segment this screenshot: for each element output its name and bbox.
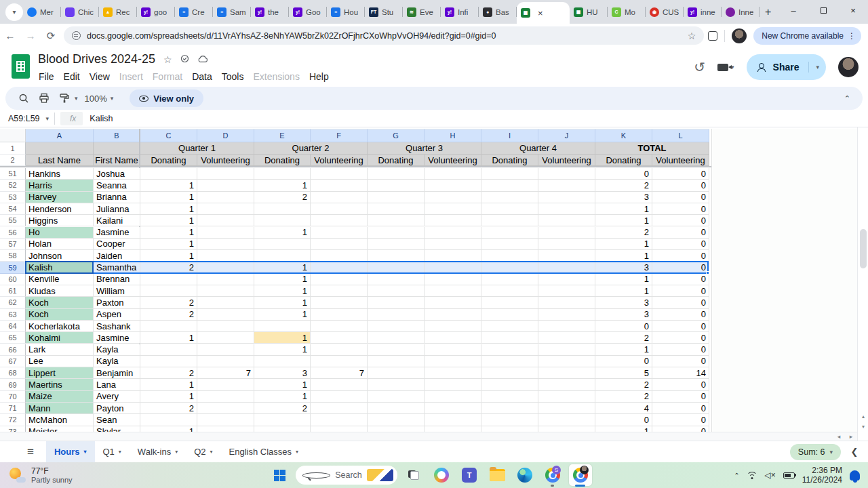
formula-input[interactable]: Kalish (83, 114, 113, 123)
cell-A54[interactable]: Henderson (26, 203, 94, 215)
cell-K64[interactable]: 0 (595, 321, 652, 332)
cell-L61[interactable]: 0 (652, 285, 709, 297)
cell-B61[interactable]: William (94, 285, 140, 297)
zoom-control[interactable]: 100% ▾ (85, 94, 114, 104)
cell-D67[interactable] (197, 356, 254, 367)
cell-J67[interactable] (538, 356, 595, 367)
cell-L64[interactable]: 0 (652, 321, 709, 332)
cell-B58[interactable]: Jaiden (94, 250, 140, 262)
cell-A57[interactable]: Holan (26, 239, 94, 250)
cell-J68[interactable] (538, 367, 595, 379)
cell-E57[interactable] (254, 239, 311, 250)
scroll-left-icon[interactable]: ◂ (833, 433, 845, 440)
cell-J52[interactable] (538, 180, 595, 191)
cell-A71[interactable]: Mann (26, 403, 94, 414)
cell-K62[interactable]: 3 (595, 297, 652, 308)
browser-tab[interactable]: Chic (61, 0, 99, 24)
cell-D51[interactable] (197, 168, 254, 180)
horizontal-scrollbar[interactable]: ◂▸ (0, 432, 857, 441)
cell-A64[interactable]: Kocherlakota (26, 321, 94, 332)
cell-A72[interactable]: McMahon (26, 414, 94, 426)
cell-G61[interactable] (368, 285, 425, 297)
cell-K54[interactable]: 1 (595, 203, 652, 215)
cell-J63[interactable] (538, 309, 595, 321)
cell-F54[interactable] (311, 203, 368, 215)
paint-format-icon[interactable] (56, 89, 73, 107)
cell-K52[interactable]: 2 (595, 180, 652, 191)
sheet-tab-walk-ins[interactable]: Walk-ins▾ (130, 441, 186, 463)
cell-I65[interactable] (481, 332, 538, 344)
cell-H67[interactable] (425, 356, 481, 367)
cell-L53[interactable]: 0 (652, 192, 709, 203)
cell-A53[interactable]: Harvey (26, 192, 94, 203)
cell-I72[interactable] (481, 414, 538, 426)
cell-B55[interactable]: Kailani (94, 215, 140, 226)
row-number[interactable]: 63 (0, 309, 26, 321)
cell-K51[interactable]: 0 (595, 168, 652, 180)
version-history-icon[interactable]: ↺ (694, 59, 705, 75)
cell-B70[interactable]: Avery (94, 391, 140, 403)
cell-F60[interactable] (311, 274, 368, 285)
cell-H66[interactable] (425, 344, 481, 356)
cell-L65[interactable]: 0 (652, 332, 709, 344)
menu-help[interactable]: Help (304, 69, 334, 84)
cell-J70[interactable] (538, 391, 595, 403)
menu-edit[interactable]: Edit (59, 69, 85, 84)
cell-G54[interactable] (368, 203, 425, 215)
scroll-down-icon[interactable]: ▾ (859, 422, 868, 431)
sub-header-cell[interactable]: Donating (368, 155, 425, 166)
hide-menus-chevron-icon[interactable]: ⌃ (844, 94, 854, 103)
cell-B52[interactable]: Seanna (94, 180, 140, 191)
vertical-scrollbar[interactable]: ▴▾ (857, 127, 868, 441)
cell-H60[interactable] (425, 274, 481, 285)
sheet-tab-menu-icon[interactable]: ▾ (119, 449, 121, 455)
cell-L56[interactable]: 0 (652, 227, 709, 239)
cell-C58[interactable]: 1 (140, 250, 197, 262)
row-number[interactable]: 54 (0, 203, 26, 215)
cell-C70[interactable]: 1 (140, 391, 197, 403)
cell-J58[interactable] (538, 250, 595, 262)
cell-B54[interactable]: Julianna (94, 203, 140, 215)
cell-C54[interactable]: 1 (140, 203, 197, 215)
cell-B67[interactable]: Kayla (94, 356, 140, 367)
cell-K58[interactable]: 1 (595, 250, 652, 262)
start-button[interactable] (268, 464, 291, 486)
volume-muted-icon[interactable]: ◁× (765, 470, 776, 480)
print-icon[interactable] (35, 89, 53, 107)
row-number[interactable]: 57 (0, 239, 26, 250)
cell-D52[interactable] (197, 180, 254, 191)
cell-I64[interactable] (481, 321, 538, 332)
maximize-button[interactable] (808, 0, 838, 20)
scroll-right-icon[interactable]: ▸ (845, 433, 857, 440)
cell-A51[interactable]: Hankins (26, 168, 94, 180)
cell-D63[interactable] (197, 309, 254, 321)
cell-C72[interactable] (140, 414, 197, 426)
cell-F55[interactable] (311, 215, 368, 226)
cell-D72[interactable] (197, 414, 254, 426)
cell-F72[interactable] (311, 414, 368, 426)
cell-I63[interactable] (481, 309, 538, 321)
sum-pill[interactable]: Sum: 6 ▾ (790, 444, 841, 460)
cell-J69[interactable] (538, 379, 595, 390)
cell-J59[interactable] (538, 262, 595, 273)
cloud-saved-icon[interactable] (197, 54, 208, 65)
cell-K65[interactable]: 2 (595, 332, 652, 344)
cell-F61[interactable] (311, 285, 368, 297)
new-tab-button[interactable]: + (765, 6, 771, 18)
row-number[interactable]: 61 (0, 285, 26, 297)
cell-L68[interactable]: 14 (652, 367, 709, 379)
cell-I71[interactable] (481, 403, 538, 414)
sub-header-cell[interactable]: Volunteering (311, 155, 368, 166)
task-view-button[interactable] (402, 464, 425, 486)
paint-format-dropdown-icon[interactable]: ▾ (75, 95, 78, 102)
cell-C57[interactable]: 1 (140, 239, 197, 250)
cell-A66[interactable]: Lark (26, 344, 94, 356)
row-number[interactable]: 1 (0, 142, 26, 155)
sum-dropdown-icon[interactable]: ▾ (829, 449, 833, 455)
cell-B69[interactable]: Lana (94, 379, 140, 390)
cell-D56[interactable] (197, 227, 254, 239)
cell-J61[interactable] (538, 285, 595, 297)
browser-tab[interactable]: ≡Cre (175, 0, 213, 24)
cell-A61[interactable]: Kludas (26, 285, 94, 297)
row-number[interactable]: 71 (0, 403, 26, 414)
